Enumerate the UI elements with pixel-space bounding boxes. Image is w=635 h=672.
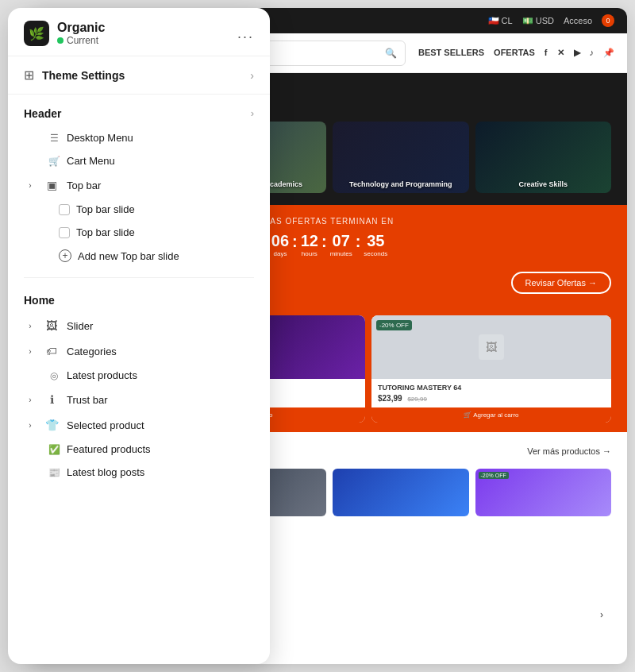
slider-label: Slider <box>67 320 254 332</box>
nav-item-featured-products[interactable]: ✅ Featured products <box>24 438 254 461</box>
nav-item-top-bar[interactable]: › ▣ Top bar <box>24 172 254 198</box>
cat-creative[interactable]: Creative Skills <box>475 122 612 193</box>
topbar-slide-2-checkbox[interactable] <box>59 227 70 238</box>
panel-header: 🌿 Organic Current ... <box>8 8 270 56</box>
countdown-days: 06 days <box>271 232 289 257</box>
review-offers-button[interactable]: Revisar Ofertas → <box>511 272 611 294</box>
desktop-menu-label: Desktop Menu <box>67 132 133 144</box>
countdown-sep2: : <box>321 233 327 251</box>
theme-settings-left: ⊞ Theme Settings <box>24 68 125 83</box>
cat-tech[interactable]: Technology and Programming <box>333 122 469 193</box>
cat-tech-label: Technology and Programming <box>333 180 469 188</box>
categories-label: Categories <box>67 346 254 357</box>
countdown-sep1: : <box>292 233 298 251</box>
selected-product-icon: 👕 <box>44 419 59 431</box>
nav-item-cart-menu[interactable]: 🛒 Cart Menu <box>24 149 254 172</box>
trust-bar-label: Trust bar <box>67 394 254 406</box>
panel-content: Header › ☰ Desktop Menu 🛒 Cart Menu <box>8 95 270 664</box>
countdown-minutes: 07 minutes <box>330 232 352 257</box>
brand-logo: 🌿 <box>24 21 49 46</box>
cart-menu-label: Cart Menu <box>67 155 115 167</box>
status-dot <box>57 37 64 44</box>
top-bar-icon: ▣ <box>44 179 59 191</box>
more-menu-button[interactable]: ... <box>237 25 254 42</box>
nav-item-topbar-slide-2[interactable]: Top bar slide <box>24 221 254 244</box>
latest-blog-label: Latest blog posts <box>67 466 144 478</box>
product-info-2: TUTORING MASTERY 64 $23,99 $29,99 <box>371 379 611 407</box>
nav-item-latest-blog[interactable]: 📰 Latest blog posts <box>24 461 254 484</box>
desktop-menu-icon: ☰ <box>48 133 60 144</box>
header-section: Header › ☰ Desktop Menu 🛒 Cart Menu <box>8 95 270 274</box>
nav-item-selected-product[interactable]: › 👕 Selected product <box>24 412 254 438</box>
nav-youtube[interactable]: ▶ <box>574 48 580 58</box>
store-currency: 💵 USD <box>522 16 554 26</box>
selected-product-expand: › <box>24 419 37 431</box>
topbar-slide-1-checkbox[interactable] <box>59 204 70 215</box>
product-card-2[interactable]: -20% OFF 🖼 TUTORING MASTERY 64 $23,99 $2… <box>371 315 611 423</box>
home-section: Home › 🖼 Slider › 🏷 Categories ◎ Latest … <box>8 281 270 490</box>
add-cart-btn-2[interactable]: 🛒 Agregar al carro <box>371 407 611 423</box>
nav-facebook[interactable]: f <box>545 48 548 58</box>
thumb-4[interactable]: -20% OFF <box>475 469 612 516</box>
nav-item-topbar-slide-1[interactable]: Top bar slide <box>24 198 254 221</box>
latest-products-label: Latest products <box>67 369 137 381</box>
categories-icon: 🏷 <box>44 345 59 357</box>
slider-expand: › <box>24 319 37 332</box>
add-topbar-icon: + <box>59 249 71 262</box>
nav-best-sellers[interactable]: BEST SELLERS <box>418 48 484 58</box>
view-more-link[interactable]: Ver más productos → <box>527 446 611 456</box>
main-container: 🇨🇱 CL 💵 USD Acceso 0 Busca de productos … <box>0 0 635 672</box>
header-section-chevron: › <box>251 107 254 119</box>
nav-item-desktop-menu[interactable]: ☰ Desktop Menu <box>24 126 254 149</box>
section-divider <box>24 277 254 278</box>
nav-pin[interactable]: 📌 <box>603 48 614 58</box>
categories-expand: › <box>24 345 37 357</box>
slider-icon: 🖼 <box>44 319 59 332</box>
thumb-3[interactable] <box>333 469 469 516</box>
latest-products-icon: ◎ <box>48 370 60 381</box>
nav-twitter[interactable]: ✕ <box>557 48 564 58</box>
countdown-hours: 12 hours <box>301 232 318 257</box>
theme-settings-label: Theme Settings <box>42 69 125 82</box>
brand-info: Organic Current <box>57 21 105 46</box>
product-badge-2: -20% OFF <box>376 320 412 330</box>
store-location: 🇨🇱 CL <box>488 16 513 26</box>
carousel-arrow-right[interactable]: › <box>592 605 611 624</box>
nav-item-slider[interactable]: › 🖼 Slider <box>24 313 254 338</box>
topbar-slide-1-label: Top bar slide <box>76 203 135 215</box>
nav-ofertas[interactable]: OFERTAS <box>494 48 535 58</box>
nav-item-trust-bar[interactable]: › ℹ Trust bar <box>24 387 254 412</box>
panel-brand: 🌿 Organic Current ... <box>24 21 254 46</box>
status-label: Current <box>67 35 98 46</box>
cat-creative-label: Creative Skills <box>475 180 612 188</box>
brand-status: Current <box>57 35 105 46</box>
thumb-badge: -20% OFF <box>479 472 509 479</box>
side-panel: 🌿 Organic Current ... ⊞ Theme Settings <box>8 8 270 664</box>
top-bar-label: Top bar <box>67 180 254 191</box>
product-price-2: $23,99 $29,99 <box>378 394 605 403</box>
img-placeholder-2: 🖼 <box>479 334 504 360</box>
nav-item-categories[interactable]: › 🏷 Categories <box>24 338 254 364</box>
product-img-2: -20% OFF 🖼 <box>371 315 611 379</box>
nav-tiktok[interactable]: ♪ <box>590 48 595 58</box>
nav-item-latest-products[interactable]: ◎ Latest products <box>24 364 254 387</box>
topbar-slide-2-label: Top bar slide <box>76 226 135 238</box>
header-section-title: Header <box>24 107 254 120</box>
store-account[interactable]: Acceso <box>564 16 592 25</box>
countdown-sep3: : <box>356 233 361 251</box>
top-bar-expand: › <box>24 179 37 191</box>
brand-left: 🌿 Organic Current <box>24 21 105 46</box>
store-nav-links: BEST SELLERS OFERTAS f ✕ ▶ ♪ 📌 <box>418 48 614 58</box>
theme-settings-row[interactable]: ⊞ Theme Settings › <box>8 56 270 95</box>
featured-products-label: Featured products <box>67 443 151 455</box>
cart-menu-icon: 🛒 <box>48 156 60 167</box>
home-section-title: Home <box>24 294 254 307</box>
product-name-2: TUTORING MASTERY 64 <box>378 384 605 392</box>
latest-blog-icon: 📰 <box>48 467 60 478</box>
trust-bar-icon: ℹ <box>44 393 59 406</box>
countdown-seconds: 35 seconds <box>364 232 387 257</box>
nav-item-add-topbar[interactable]: + Add new Top bar slide <box>24 244 254 268</box>
store-cart-badge[interactable]: 0 <box>602 14 614 27</box>
featured-products-icon: ✅ <box>48 444 60 455</box>
theme-settings-chevron: › <box>250 69 254 82</box>
